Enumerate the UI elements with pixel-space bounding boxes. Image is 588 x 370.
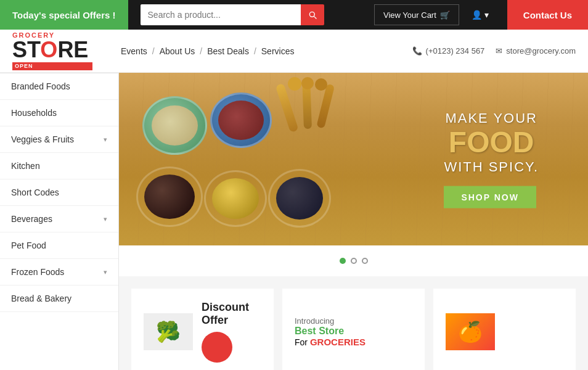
phone-number: (+0123) 234 567 xyxy=(426,46,485,56)
sidebar-item-bread-bakery[interactable]: Bread & Bakery xyxy=(0,286,118,312)
spoon-head-3 xyxy=(315,78,327,91)
sidebar-label: Kitchen xyxy=(11,161,40,171)
intro-text: Introducing Best Store For GROCERIES xyxy=(295,316,365,347)
sidebar-label: Beverages xyxy=(11,214,52,224)
best-store-label: Best Store xyxy=(295,326,365,337)
header-contact: 📞 (+0123) 234 567 ✉ store@grocery.com xyxy=(412,46,576,56)
offer-banner: Today's special Offers ! xyxy=(0,0,128,30)
hero-area: MAKE YOUR FOOD WITH SPICY. SHOP NOW 🥦 Di… xyxy=(119,73,588,370)
sidebar-label: Bread & Bakery xyxy=(11,294,71,303)
bottom-cards: 🥦 Discount Offer Introducing Best Store … xyxy=(119,276,588,370)
hero-text: MAKE YOUR FOOD WITH SPICY. SHOP NOW xyxy=(444,110,539,208)
logo-open: OPEN xyxy=(12,62,92,70)
hero-line2: FOOD xyxy=(444,126,539,159)
nav-best-deals[interactable]: Best Deals xyxy=(203,46,253,56)
for-text: For xyxy=(295,337,308,347)
phone-icon: 📞 xyxy=(412,46,422,56)
offer-text: Today's special Offers ! xyxy=(12,10,116,20)
sidebar-item-branded-foods[interactable]: Branded Foods xyxy=(0,73,118,100)
email-icon: ✉ xyxy=(496,46,502,56)
user-button[interactable]: 👤 ▾ xyxy=(465,10,495,20)
sidebar-label: Short Codes xyxy=(11,187,59,197)
sidebar-item-pet-food[interactable]: Pet Food xyxy=(0,232,118,259)
spoon-head-1 xyxy=(288,77,301,91)
intro-label: Introducing xyxy=(295,316,365,326)
discount-card: 🥦 Discount Offer xyxy=(131,289,274,370)
dropdown-arrow-icon: ▾ xyxy=(104,136,107,144)
bowl-yellow xyxy=(204,170,267,227)
search-button[interactable] xyxy=(301,4,324,25)
discount-title: Discount Offer xyxy=(202,301,261,327)
sidebar-label: Branded Foods xyxy=(11,81,70,91)
for-groceries: For GROCERIES xyxy=(295,337,365,347)
carousel-dot-3[interactable] xyxy=(362,258,368,264)
vegetables-image: 🥦 xyxy=(144,313,193,350)
phone-info: 📞 (+0123) 234 567 xyxy=(412,46,485,56)
shop-now-button[interactable]: SHOP NOW xyxy=(444,186,536,208)
search-input[interactable] xyxy=(141,4,301,25)
carousel-dot-2[interactable] xyxy=(351,258,357,264)
logo: GROCERY STORE OPEN xyxy=(12,32,92,70)
logo-store-text: STORE xyxy=(12,39,92,61)
hero-line3: WITH SPICY. xyxy=(444,158,539,175)
discount-badge xyxy=(202,332,232,363)
user-dropdown-icon: ▾ xyxy=(484,10,489,20)
discount-info: Discount Offer xyxy=(202,301,261,363)
bowl-dark-2 xyxy=(268,169,331,228)
juice-image: 🍊 xyxy=(446,313,495,350)
user-icon: 👤 xyxy=(472,10,482,20)
hero-line1: MAKE YOUR xyxy=(444,110,539,126)
carousel-dot-1[interactable] xyxy=(340,258,346,264)
main-nav: Events / About Us / Best Deals / Service… xyxy=(117,46,412,56)
nav-services[interactable]: Services xyxy=(258,46,298,56)
bowl-dark-1 xyxy=(136,166,203,227)
nav-events[interactable]: Events xyxy=(117,46,151,56)
contact-button[interactable]: Contact Us xyxy=(507,0,588,30)
cart-icon: 🛒 xyxy=(440,10,450,20)
nav-about[interactable]: About Us xyxy=(156,46,199,56)
bowl-blue xyxy=(210,92,272,148)
sidebar-item-frozen-foods[interactable]: Frozen Foods ▾ xyxy=(0,259,118,286)
groceries-text: GROCERIES xyxy=(310,337,365,347)
sidebar-item-beverages[interactable]: Beverages ▾ xyxy=(0,206,118,232)
search-icon xyxy=(308,10,317,20)
main-layout: Branded Foods Households Veggies & Fruit… xyxy=(0,73,588,370)
sidebar-label: Veggies & Fruits xyxy=(11,134,74,144)
cart-label: View Your Cart xyxy=(383,10,436,20)
cart-button[interactable]: View Your Cart 🛒 xyxy=(374,4,459,25)
shop-now-label: SHOP NOW xyxy=(461,192,519,202)
header: GROCERY STORE OPEN Events / About Us / B… xyxy=(0,30,588,73)
email-address: store@grocery.com xyxy=(506,46,576,56)
sidebar: Branded Foods Households Veggies & Fruit… xyxy=(0,73,119,370)
sidebar-item-households[interactable]: Households xyxy=(0,100,118,126)
dropdown-arrow-icon: ▾ xyxy=(104,268,107,276)
sidebar-item-veggies[interactable]: Veggies & Fruits ▾ xyxy=(0,126,118,153)
sidebar-menu: Branded Foods Households Veggies & Fruit… xyxy=(0,73,118,312)
sidebar-label: Pet Food xyxy=(11,240,46,250)
email-info: ✉ store@grocery.com xyxy=(496,46,576,56)
sidebar-item-kitchen[interactable]: Kitchen xyxy=(0,153,118,179)
bowl-green xyxy=(142,96,207,155)
hero-banner: MAKE YOUR FOOD WITH SPICY. SHOP NOW xyxy=(119,73,588,245)
intro-card: Introducing Best Store For GROCERIES xyxy=(282,289,425,370)
sidebar-item-short-codes[interactable]: Short Codes xyxy=(0,179,118,206)
logo-o: O xyxy=(40,37,57,62)
sidebar-label: Households xyxy=(11,108,57,118)
contact-label: Contact Us xyxy=(523,10,572,20)
spoon-head-2 xyxy=(301,77,314,89)
sidebar-label: Frozen Foods xyxy=(11,267,64,277)
dropdown-arrow-icon: ▾ xyxy=(104,215,107,223)
top-bar: Today's special Offers ! View Your Cart … xyxy=(0,0,588,30)
bowls-decoration xyxy=(131,79,365,245)
search-area: View Your Cart 🛒 👤 ▾ xyxy=(128,4,507,25)
splash-card: 🍊 xyxy=(433,289,576,370)
carousel-dots xyxy=(119,245,588,276)
